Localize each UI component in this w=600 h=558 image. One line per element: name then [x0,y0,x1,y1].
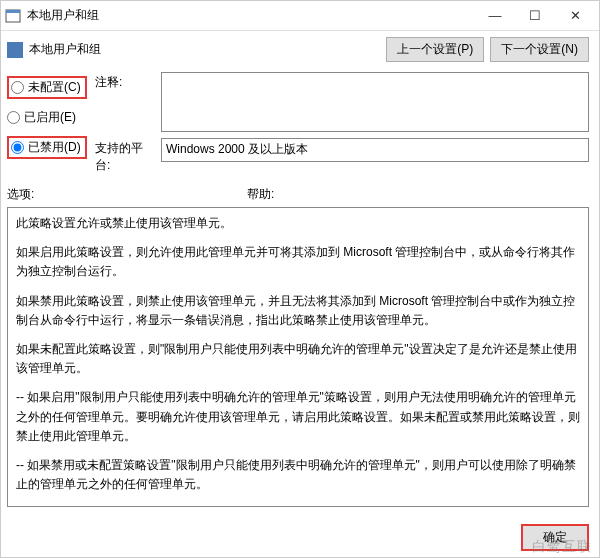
footer: 确定 [1,518,599,557]
close-button[interactable]: ✕ [555,2,595,30]
nav-buttons: 上一个设置(P) 下一个设置(N) [386,37,589,62]
titlebar: 本地用户和组 ― ☐ ✕ [1,1,599,31]
radio-column: 未配置(C) 已启用(E) 已禁用(D) [7,72,87,174]
options-label: 选项: [7,186,247,203]
policy-icon [7,42,23,58]
help-p4: 如果未配置此策略设置，则"限制用户只能使用列表中明确允许的管理单元"设置决定了是… [16,340,580,378]
radio-disabled-input[interactable] [11,141,24,154]
help-p1: 此策略设置允许或禁止使用该管理单元。 [16,214,580,233]
help-p3: 如果禁用此策略设置，则禁止使用该管理单元，并且无法将其添加到 Microsoft… [16,292,580,330]
config-area: 未配置(C) 已启用(E) 已禁用(D) 注释: 支持的平台: [7,72,589,174]
radio-enabled[interactable]: 已启用(E) [7,109,87,126]
fields-column: 注释: 支持的平台: Windows 2000 及以上版本 [95,72,589,174]
prev-setting-button[interactable]: 上一个设置(P) [386,37,484,62]
platform-box: Windows 2000 及以上版本 [161,138,589,162]
platform-value: Windows 2000 及以上版本 [166,142,308,156]
ok-button[interactable]: 确定 [521,524,589,551]
platform-row: 支持的平台: Windows 2000 及以上版本 [95,138,589,174]
window-controls: ― ☐ ✕ [475,2,595,30]
maximize-button[interactable]: ☐ [515,2,555,30]
radio-not-configured[interactable]: 未配置(C) [7,76,87,99]
radio-enabled-label: 已启用(E) [24,109,76,126]
radio-enabled-input[interactable] [7,111,20,124]
help-p5: -- 如果启用"限制用户只能使用列表中明确允许的管理单元"策略设置，则用户无法使… [16,388,580,446]
minimize-button[interactable]: ― [475,2,515,30]
radio-not-configured-input[interactable] [11,81,24,94]
section-labels: 选项: 帮助: [7,186,589,203]
help-p6: -- 如果禁用或未配置策略设置"限制用户只能使用列表中明确允许的管理单元"，则用… [16,456,580,494]
radio-disabled-label: 已禁用(D) [28,139,81,156]
next-setting-button[interactable]: 下一个设置(N) [490,37,589,62]
comment-row: 注释: [95,72,589,132]
dialog-window: 本地用户和组 ― ☐ ✕ 本地用户和组 上一个设置(P) 下一个设置(N) 未配… [0,0,600,558]
radio-not-configured-label: 未配置(C) [28,79,81,96]
radio-disabled[interactable]: 已禁用(D) [7,136,87,159]
comment-textarea[interactable] [161,72,589,132]
help-textarea[interactable]: 此策略设置允许或禁止使用该管理单元。 如果启用此策略设置，则允许使用此管理单元并… [7,207,589,507]
help-p2: 如果启用此策略设置，则允许使用此管理单元并可将其添加到 Microsoft 管理… [16,243,580,281]
policy-title: 本地用户和组 [29,41,386,58]
help-label: 帮助: [247,186,274,203]
platform-label: 支持的平台: [95,138,155,174]
window-title: 本地用户和组 [27,7,475,24]
content-area: 本地用户和组 上一个设置(P) 下一个设置(N) 未配置(C) 已启用(E) 已… [1,31,599,518]
comment-label: 注释: [95,72,155,91]
window-icon [5,8,21,24]
svg-rect-1 [6,10,20,13]
header-row: 本地用户和组 上一个设置(P) 下一个设置(N) [7,37,589,62]
